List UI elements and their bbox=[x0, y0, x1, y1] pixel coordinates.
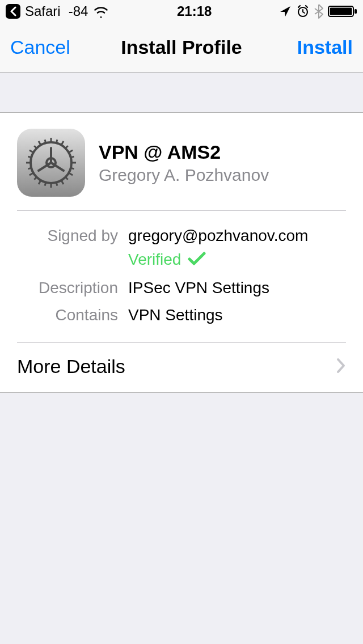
more-details-row[interactable]: More Details bbox=[17, 342, 346, 392]
svg-line-10 bbox=[39, 180, 41, 184]
section-gap bbox=[0, 73, 363, 112]
profile-gear-icon bbox=[17, 129, 85, 197]
profile-organization: Gregory A. Pozhvanov bbox=[99, 166, 269, 185]
svg-line-24 bbox=[34, 146, 36, 148]
profile-name: VPN @ AMS2 bbox=[99, 141, 269, 163]
wifi-icon bbox=[92, 5, 109, 18]
svg-rect-2 bbox=[330, 8, 352, 15]
card-border bbox=[0, 392, 363, 393]
contains-value: VPN Settings bbox=[128, 306, 346, 324]
svg-line-27 bbox=[56, 183, 57, 186]
checkmark-icon bbox=[188, 251, 206, 268]
svg-line-17 bbox=[71, 156, 74, 158]
svg-line-19 bbox=[71, 168, 74, 169]
more-details-label: More Details bbox=[17, 355, 125, 378]
status-time: 21:18 bbox=[177, 3, 212, 19]
contains-row: Contains VPN Settings bbox=[17, 302, 346, 329]
signed-by-value: gregory@pozhvanov.com bbox=[128, 227, 346, 245]
profile-header: VPN @ AMS2 Gregory A. Pozhvanov bbox=[17, 129, 346, 210]
svg-line-9 bbox=[61, 141, 64, 145]
signal-strength: -84 bbox=[69, 3, 88, 19]
svg-line-25 bbox=[61, 180, 64, 184]
svg-line-15 bbox=[65, 146, 67, 148]
verified-row: Verified bbox=[17, 249, 346, 274]
alarm-icon bbox=[296, 5, 310, 18]
back-to-app-badge[interactable] bbox=[6, 4, 20, 19]
back-to-app-label[interactable]: Safari bbox=[25, 3, 61, 19]
svg-line-11 bbox=[69, 150, 73, 152]
signed-by-label: Signed by bbox=[17, 227, 128, 245]
chevron-left-icon bbox=[9, 6, 17, 16]
description-label: Description bbox=[17, 279, 128, 297]
status-bar: Safari -84 21:18 bbox=[0, 0, 363, 23]
contains-label: Contains bbox=[17, 306, 128, 324]
svg-line-28 bbox=[45, 139, 46, 143]
bluetooth-icon bbox=[314, 4, 323, 19]
svg-line-14 bbox=[45, 183, 46, 186]
svg-rect-3 bbox=[354, 9, 357, 14]
battery-icon bbox=[328, 5, 357, 18]
status-left-group: Safari -84 bbox=[6, 3, 109, 19]
signed-by-row: Signed by gregory@pozhvanov.com bbox=[17, 222, 346, 249]
svg-line-21 bbox=[69, 173, 73, 175]
profile-title-block: VPN @ AMS2 Gregory A. Pozhvanov bbox=[99, 141, 269, 185]
description-value: IPSec VPN Settings bbox=[128, 279, 346, 297]
svg-line-18 bbox=[28, 168, 31, 169]
profile-info-block: Signed by gregory@pozhvanov.com Verified… bbox=[17, 211, 346, 342]
status-right-group bbox=[279, 4, 357, 19]
description-row: Description IPSec VPN Settings bbox=[17, 274, 346, 302]
cancel-button[interactable]: Cancel bbox=[10, 36, 70, 58]
svg-line-23 bbox=[65, 177, 67, 179]
svg-line-22 bbox=[29, 150, 33, 152]
svg-line-20 bbox=[28, 156, 31, 158]
svg-line-12 bbox=[29, 173, 33, 175]
content-area: VPN @ AMS2 Gregory A. Pozhvanov Signed b… bbox=[0, 73, 363, 393]
profile-card: VPN @ AMS2 Gregory A. Pozhvanov Signed b… bbox=[0, 113, 363, 392]
location-icon bbox=[279, 5, 292, 18]
svg-line-26 bbox=[39, 141, 41, 145]
svg-line-13 bbox=[56, 139, 57, 143]
svg-line-16 bbox=[34, 177, 36, 179]
nav-bar: Cancel Install Profile Install bbox=[0, 23, 363, 73]
chevron-right-icon bbox=[336, 357, 346, 376]
install-button[interactable]: Install bbox=[297, 36, 353, 58]
verified-status: Verified bbox=[128, 251, 181, 269]
